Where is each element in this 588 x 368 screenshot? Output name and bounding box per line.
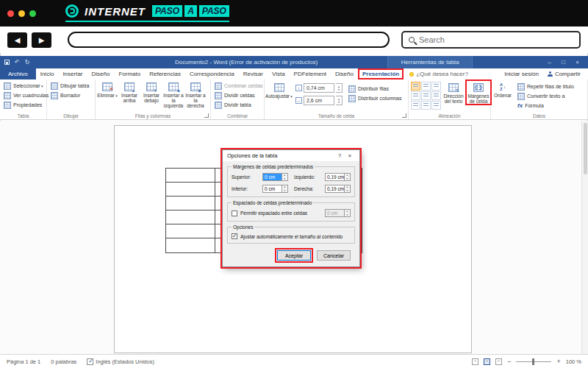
table-tools-header[interactable]: Herramientas de tabla	[387, 56, 473, 68]
tab-pdfelement[interactable]: PDFelement	[290, 68, 331, 79]
superior-input[interactable]: 0 cm	[262, 173, 282, 181]
dialog-close-icon[interactable]: ×	[345, 152, 355, 159]
tab-referencias[interactable]: Referencias	[145, 68, 185, 79]
tab-inicio[interactable]: Inicio	[36, 68, 59, 79]
cancelar-button[interactable]: Cancelar	[317, 250, 351, 261]
page-indicator[interactable]: Página 1 de 1	[7, 358, 40, 365]
zoom-slider[interactable]	[516, 361, 551, 362]
table-cell[interactable]	[166, 169, 215, 183]
insertar-derecha-button[interactable]: Insertar a la derecha	[184, 80, 207, 108]
language-indicator[interactable]: Inglés (Estados Unidos)	[87, 358, 154, 365]
insertar-arriba-button[interactable]: Insertar arriba	[118, 80, 140, 103]
distribuir-columnas-button[interactable]: Distribuir columnas	[347, 93, 404, 103]
propiedades-button[interactable]: Propiedades	[2, 100, 44, 110]
print-layout-icon[interactable]	[484, 358, 490, 365]
sign-in-link[interactable]: Iniciar sesión	[504, 71, 539, 77]
spacing-input[interactable]: 0 cm	[325, 209, 345, 217]
align-bottom-right-button[interactable]	[431, 101, 441, 110]
combinar-celdas-button[interactable]: Combinar celdas	[213, 81, 262, 91]
tab-archivo[interactable]: Archivo	[0, 68, 36, 79]
autofit-checkbox[interactable]	[232, 233, 237, 239]
aceptar-button[interactable]: Aceptar	[277, 250, 311, 261]
tab-diseno[interactable]: Diseño	[87, 68, 115, 79]
align-top-center-button[interactable]	[421, 82, 431, 91]
spacing-spinner[interactable]	[345, 209, 351, 217]
izquierdo-spinner[interactable]	[345, 173, 351, 181]
inferior-input[interactable]: 0 cm	[262, 185, 282, 193]
insertar-izquierda-button[interactable]: Insertar a la izquierda	[162, 80, 184, 108]
derecha-spinner[interactable]	[345, 185, 351, 193]
align-bottom-left-button[interactable]	[411, 101, 420, 110]
zoom-in-button[interactable]: +	[556, 358, 560, 365]
tab-formato[interactable]: Formato	[114, 68, 145, 79]
dialog-help-icon[interactable]: ?	[334, 152, 345, 159]
window-dot-green-icon[interactable]	[29, 10, 36, 17]
column-width-spinner[interactable]	[336, 96, 343, 105]
autoajustar-button[interactable]: Autoajustar	[265, 81, 293, 99]
web-layout-icon[interactable]	[495, 358, 502, 365]
tab-insertar[interactable]: Insertar	[58, 68, 87, 79]
word-count[interactable]: 0 palabras	[51, 358, 76, 365]
direccion-texto-button[interactable]: Dirección del texto	[442, 81, 465, 104]
table-cell[interactable]	[166, 183, 215, 197]
redo-icon[interactable]: ↻	[25, 60, 30, 66]
search-box[interactable]	[401, 31, 581, 49]
align-center-right-button[interactable]	[431, 91, 441, 100]
read-mode-icon[interactable]	[472, 358, 478, 365]
align-center-left-button[interactable]	[411, 91, 420, 100]
save-icon[interactable]	[4, 60, 10, 65]
repetir-filas-button[interactable]: Repetir filas de título	[516, 82, 576, 91]
insertar-debajo-button[interactable]: Insertar debajo	[140, 80, 162, 103]
maximize-icon[interactable]: □	[557, 59, 570, 66]
distribuir-filas-button[interactable]: Distribuir filas	[347, 84, 404, 93]
zoom-slider-thumb[interactable]	[532, 358, 534, 365]
tab-presentacion[interactable]: Presentación	[358, 68, 404, 79]
window-dot-red-icon[interactable]	[7, 10, 14, 17]
undo-icon[interactable]: ↶	[15, 60, 20, 66]
table-cell[interactable]	[166, 210, 215, 224]
tab-revisar[interactable]: Revisar	[239, 68, 268, 79]
share-button[interactable]: Compartir	[548, 71, 581, 77]
align-center-button[interactable]	[421, 91, 431, 100]
zoom-level[interactable]: 100 %	[566, 358, 581, 365]
window-dot-yellow-icon[interactable]	[18, 10, 25, 17]
tab-diseno-tabla[interactable]: Diseño	[331, 68, 358, 79]
spacing-checkbox[interactable]	[232, 210, 237, 216]
inferior-spinner[interactable]	[282, 185, 288, 193]
vertical-scrollbar[interactable]	[581, 121, 588, 354]
convertir-texto-button[interactable]: Convertir texto a	[516, 91, 576, 101]
seleccionar-button[interactable]: Seleccionar	[2, 81, 44, 91]
align-top-right-button[interactable]	[431, 82, 441, 91]
dividir-tabla-button[interactable]: Dividir tabla	[213, 100, 262, 110]
minimize-icon[interactable]: –	[543, 59, 556, 66]
row-height-spinner[interactable]	[336, 83, 343, 93]
tab-correspondencia[interactable]: Correspondencia	[185, 68, 239, 79]
tab-vista[interactable]: Vista	[268, 68, 290, 79]
scrollbar-thumb[interactable]	[584, 123, 587, 174]
align-bottom-center-button[interactable]	[421, 101, 431, 110]
ordenar-button[interactable]: AZ ↓ Ordenar	[492, 81, 513, 98]
zoom-out-button[interactable]: −	[507, 358, 511, 365]
eliminar-button[interactable]: Eliminar	[96, 80, 118, 99]
margenes-celda-button[interactable]: Márgenes de celda	[467, 81, 490, 104]
align-top-left-button[interactable]	[411, 82, 420, 91]
izquierdo-input[interactable]: 0,19 cm	[325, 173, 345, 181]
derecha-input[interactable]: 0,19 cm	[325, 185, 345, 193]
formula-button[interactable]: fx Fórmula	[516, 101, 576, 110]
ver-cuadriculas-button[interactable]: Ver cuadrículas	[2, 91, 44, 100]
search-input[interactable]	[419, 35, 573, 44]
tell-me-tab[interactable]: ¿Qué desea hacer?	[404, 68, 474, 79]
close-icon[interactable]: ×	[571, 59, 584, 66]
url-input[interactable]	[68, 32, 390, 48]
table-cell[interactable]	[166, 224, 215, 238]
column-width-input[interactable]: 2,6 cm	[304, 96, 334, 105]
borrador-button[interactable]: Borrador	[49, 91, 93, 100]
dialog-titlebar[interactable]: Opciones de la tabla ? ×	[223, 150, 359, 161]
table-cell[interactable]	[166, 197, 215, 210]
dibujar-tabla-button[interactable]: Dibujar tabla	[49, 81, 93, 91]
row-height-input[interactable]: 0,74 cm	[304, 83, 334, 93]
table-cell[interactable]	[166, 238, 215, 252]
back-button[interactable]: ◀	[7, 32, 27, 48]
forward-button[interactable]: ▶	[32, 32, 51, 48]
dividir-celdas-button[interactable]: Dividir celdas	[213, 91, 262, 100]
